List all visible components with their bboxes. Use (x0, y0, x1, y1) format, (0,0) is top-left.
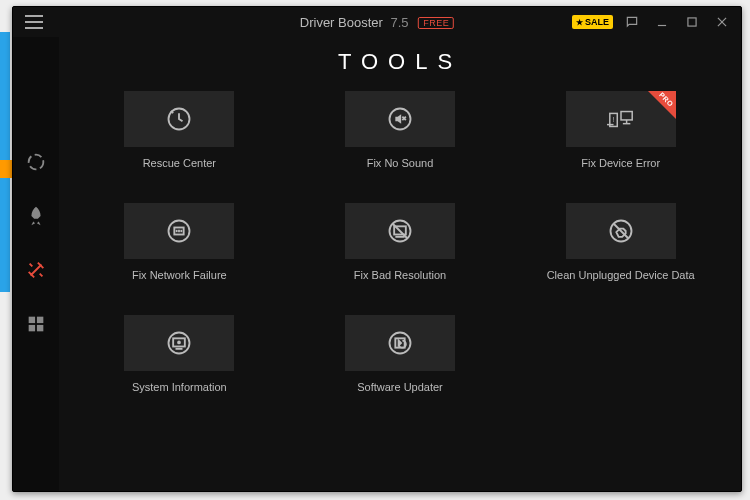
free-badge: FREE (418, 17, 454, 29)
sidebar-item-scan[interactable] (21, 147, 51, 177)
maximize-button[interactable] (681, 11, 703, 33)
tool-label: Fix No Sound (367, 157, 434, 169)
maximize-icon (685, 15, 699, 29)
feedback-button[interactable] (621, 11, 643, 33)
tool-label: Fix Network Failure (132, 269, 227, 281)
tool-card (345, 91, 455, 147)
tool-card (566, 203, 676, 259)
svg-rect-7 (29, 325, 35, 331)
titlebar: Driver Booster 7.5 FREE SALE (13, 7, 741, 37)
app-window: Driver Booster 7.5 FREE SALE (12, 6, 742, 492)
network-icon (165, 217, 193, 245)
tool-card (124, 315, 234, 371)
minimize-icon (655, 15, 669, 29)
app-body: TOOLS Rescue Center Fix No Sound (13, 37, 741, 491)
tools-grid: Rescue Center Fix No Sound PRO ! Fix Dev… (99, 91, 701, 393)
svg-rect-6 (37, 317, 43, 323)
tool-card (124, 203, 234, 259)
tool-card: PRO ! (566, 91, 676, 147)
tool-software-updater[interactable]: Software Updater (320, 315, 481, 393)
minimize-button[interactable] (651, 11, 673, 33)
tool-fix-no-sound[interactable]: Fix No Sound (320, 91, 481, 169)
tool-card (345, 203, 455, 259)
tools-icon (25, 259, 47, 281)
tool-label: System Information (132, 381, 227, 393)
tool-label: Fix Device Error (581, 157, 660, 169)
sidebar-item-tools[interactable] (21, 255, 51, 285)
menu-button[interactable] (19, 7, 49, 37)
resolution-icon (386, 217, 414, 245)
device-error-icon: ! (607, 105, 635, 133)
tool-fix-network-failure[interactable]: Fix Network Failure (99, 203, 260, 281)
svg-rect-15 (621, 112, 632, 120)
tool-label: Fix Bad Resolution (354, 269, 446, 281)
rocket-icon (25, 205, 47, 227)
svg-point-33 (178, 341, 180, 343)
tool-fix-device-error[interactable]: PRO ! Fix Device Error (540, 91, 701, 169)
tool-label: Software Updater (357, 381, 443, 393)
page-title: TOOLS (99, 49, 701, 75)
app-version: 7.5 (390, 15, 408, 30)
tool-rescue-center[interactable]: Rescue Center (99, 91, 260, 169)
tool-card (345, 315, 455, 371)
svg-point-4 (29, 155, 44, 170)
tool-label: Clean Unplugged Device Data (547, 269, 695, 281)
svg-text:!: ! (612, 116, 614, 123)
close-button[interactable] (711, 11, 733, 33)
sidebar-item-apps[interactable] (21, 309, 51, 339)
tool-label: Rescue Center (143, 157, 216, 169)
tool-system-information[interactable]: System Information (99, 315, 260, 393)
chat-icon (625, 15, 639, 29)
close-icon (715, 15, 729, 29)
sidebar (13, 37, 59, 491)
scan-icon (25, 151, 47, 173)
tool-card (124, 91, 234, 147)
svg-rect-5 (29, 317, 35, 323)
mute-icon (386, 105, 414, 133)
system-info-icon (165, 329, 193, 357)
tool-clean-unplugged-device-data[interactable]: Clean Unplugged Device Data (540, 203, 701, 281)
main-panel: TOOLS Rescue Center Fix No Sound (59, 37, 741, 491)
unplugged-icon (607, 217, 635, 245)
restore-icon (165, 105, 193, 133)
sale-badge[interactable]: SALE (572, 15, 613, 29)
tool-fix-bad-resolution[interactable]: Fix Bad Resolution (320, 203, 481, 281)
app-title: Driver Booster 7.5 FREE (300, 15, 454, 30)
window-controls: SALE (572, 11, 733, 33)
updater-icon (386, 329, 414, 357)
grid-icon (25, 313, 47, 335)
svg-rect-8 (37, 325, 43, 331)
svg-rect-1 (688, 18, 696, 26)
sidebar-item-boost[interactable] (21, 201, 51, 231)
app-name: Driver Booster (300, 15, 383, 30)
